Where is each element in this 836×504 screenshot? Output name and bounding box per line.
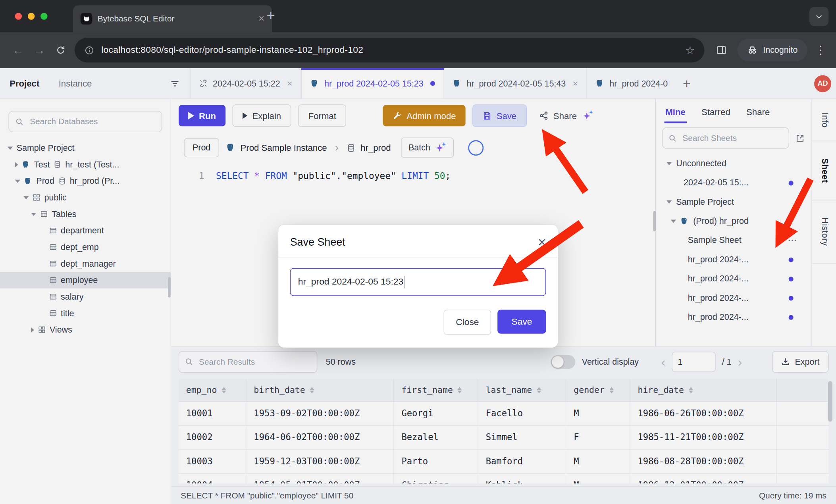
side-panel-button[interactable] [711,39,732,61]
site-info-icon[interactable] [84,45,94,56]
dialog-save-button[interactable]: Save [498,310,546,333]
browser-menu-button[interactable]: ⋮ [813,43,828,57]
dialog-close-icon[interactable]: × [538,235,546,249]
macos-close-button[interactable] [15,13,22,19]
url-text: localhost:8080/sql-editor/prod-sample-in… [101,45,678,56]
browser-navbar: ← → localhost:8080/sql-editor/prod-sampl… [0,32,836,68]
incognito-icon [747,45,758,56]
browser-tab-close-icon[interactable]: × [258,13,264,25]
new-tab-button[interactable]: + [267,8,275,24]
browser-titlebar: Bytebase SQL Editor × + [0,0,836,32]
text-caret [405,276,405,288]
dialog-title: Save Sheet [290,236,345,248]
dialog-close-button[interactable]: Close [443,310,491,335]
back-button[interactable]: ← [8,39,29,61]
reload-button[interactable] [50,39,71,61]
tab-search-button[interactable] [809,7,828,26]
macos-window-controls [15,13,48,19]
bytebase-favicon-icon [81,13,92,25]
macos-minimize-button[interactable] [28,13,35,19]
incognito-label: Incognito [763,45,797,55]
macos-zoom-button[interactable] [40,13,47,19]
browser-tab[interactable]: Bytebase SQL Editor × [73,5,272,32]
forward-button[interactable]: → [29,39,50,61]
sheet-name-input[interactable]: hr_prod 2024-02-05 15:23 [290,268,546,296]
save-sheet-dialog: Save Sheet × hr_prod 2024-02-05 15:23 Cl… [278,225,558,348]
bookmark-star-icon[interactable]: ☆ [685,44,695,56]
incognito-badge: Incognito [738,39,807,61]
browser-tab-title: Bytebase SQL Editor [98,14,253,23]
screen: Bytebase SQL Editor × + ← → localhost:80… [0,0,836,504]
address-bar[interactable]: localhost:8080/sql-editor/prod-sample-in… [75,38,704,62]
